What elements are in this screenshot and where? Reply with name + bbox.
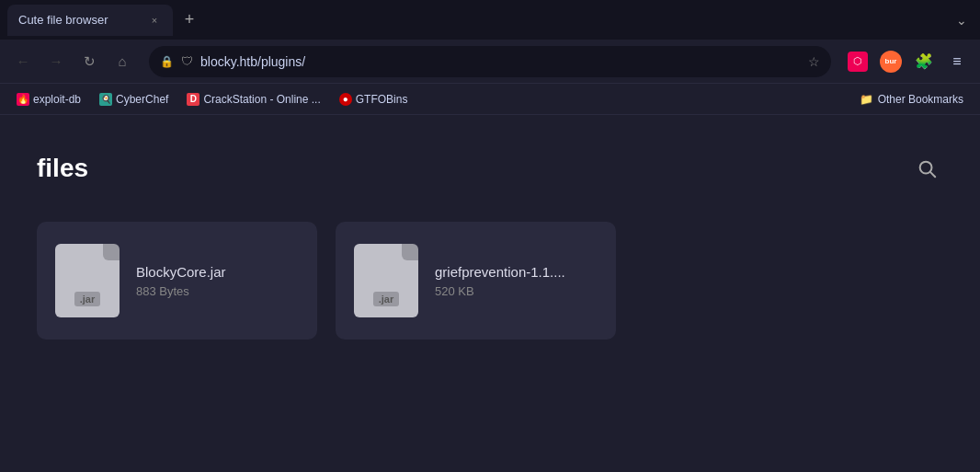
menu-button[interactable]: ≡ [943,48,971,75]
file-card-1[interactable]: .jar griefprevention-1.1.... 520 KB [336,222,616,340]
browser-actions: ⬡ bur 🧩 ≡ [844,48,971,75]
tab-bar: Cute file browser × + ⌄ [0,0,980,40]
svg-line-1 [930,172,935,177]
security-icon: 🔒 [160,55,174,68]
back-button[interactable]: ← [9,48,37,75]
file-card-0[interactable]: .jar BlockyCore.jar 883 Bytes [37,222,317,340]
search-button[interactable] [910,152,943,185]
file-size-1: 520 KB [435,284,598,298]
file-info-1: griefprevention-1.1.... 520 KB [435,264,598,298]
shield-icon: 🛡 [181,54,193,68]
tab-title: Cute file browser [18,13,140,27]
exploitdb-label: exploit-db [33,93,81,106]
bookmark-gtfobins[interactable]: ● GTFOBins [332,88,416,110]
address-bar[interactable]: 🔒 🛡 blocky.htb/plugins/ ☆ [149,46,831,77]
crackstation-label: CrackStation - Online ... [203,93,320,106]
burp-icon: bur [880,51,902,73]
url-text: blocky.htb/plugins/ [200,54,801,69]
file-size-0: 883 Bytes [136,284,299,298]
cyberchef-icon: 🍳 [99,93,112,106]
page-title: files [37,154,88,183]
page-content: files .jar BlockyCore.jar 883 Bytes .jar [0,115,980,472]
cyberchef-label: CyberChef [116,93,168,106]
browser-chrome: Cute file browser × + ⌄ ← → ↻ ⌂ 🔒 🛡 bloc… [0,0,980,115]
bookmarks-bar: 🔥 exploit-db 🍳 CyberChef D CrackStation … [0,84,980,115]
file-ext-0: .jar [74,292,101,306]
folder-icon: 📁 [860,93,873,106]
extensions-button[interactable]: 🧩 [910,48,938,75]
active-tab[interactable]: Cute file browser × [7,5,173,36]
tab-close-button[interactable]: × [147,13,162,28]
gtfobins-icon: ● [339,93,352,106]
bookmark-exploitdb[interactable]: 🔥 exploit-db [9,88,88,110]
page-header: files [37,152,943,185]
gtfobins-label: GTFOBins [356,93,408,106]
file-info-0: BlockyCore.jar 883 Bytes [136,264,299,298]
bookmark-crackstation[interactable]: D CrackStation - Online ... [179,88,327,110]
nav-bar: ← → ↻ ⌂ 🔒 🛡 blocky.htb/plugins/ ☆ ⬡ bur … [0,40,980,84]
bookmark-star-icon[interactable]: ☆ [808,54,820,69]
other-bookmarks-button[interactable]: 📁 Other Bookmarks [852,93,971,106]
burp-button[interactable]: bur [877,48,905,75]
other-bookmarks-label: Other Bookmarks [878,93,963,106]
file-name-0: BlockyCore.jar [136,264,299,280]
tab-list-chevron[interactable]: ⌄ [951,13,973,28]
home-button[interactable]: ⌂ [108,48,136,75]
files-grid: .jar BlockyCore.jar 883 Bytes .jar grief… [37,222,943,340]
file-icon-0: .jar [55,244,120,317]
file-icon-1: .jar [354,244,418,317]
crackstation-icon: D [187,93,199,106]
pocket-icon: ⬡ [848,52,868,72]
reload-button[interactable]: ↻ [75,48,103,75]
file-ext-1: .jar [373,292,400,306]
forward-button[interactable]: → [42,48,70,75]
pocket-button[interactable]: ⬡ [844,48,872,75]
exploitdb-icon: 🔥 [17,93,29,106]
file-name-1: griefprevention-1.1.... [435,264,598,280]
bookmark-cyberchef[interactable]: 🍳 CyberChef [92,88,176,110]
new-tab-button[interactable]: + [177,7,202,33]
